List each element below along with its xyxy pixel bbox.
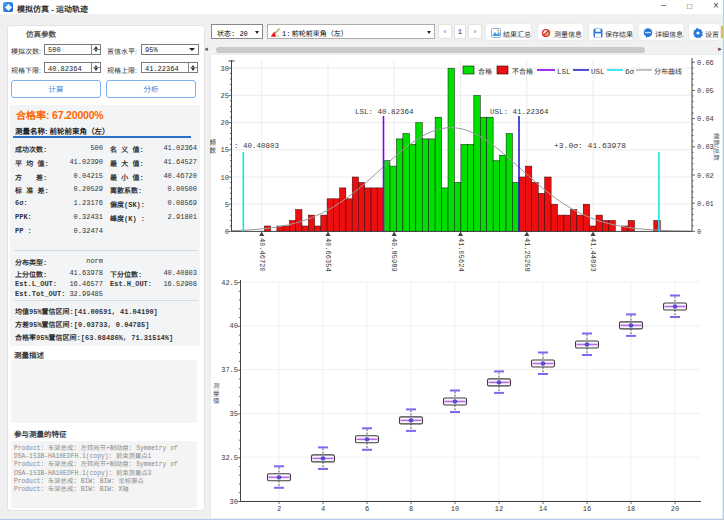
svg-text:+3.0σ: 41.63978: +3.0σ: 41.63978 — [554, 141, 626, 150]
svg-text:6: 6 — [365, 505, 369, 513]
svg-text:20: 20 — [671, 505, 679, 513]
svg-text:6σ: 6σ — [625, 68, 635, 76]
svg-text:16: 16 — [583, 505, 591, 513]
svg-text:: 40.40803: : 40.40803 — [234, 142, 280, 150]
svg-text:测: 测 — [213, 382, 220, 389]
svg-text:0.06: 0.06 — [697, 59, 714, 67]
svg-text:14: 14 — [539, 505, 547, 513]
svg-text:2: 2 — [277, 505, 281, 513]
svg-text:10: 10 — [221, 174, 229, 182]
svg-text:30: 30 — [221, 65, 229, 73]
svg-text:0.05: 0.05 — [697, 87, 714, 95]
svg-text:0.03: 0.03 — [697, 143, 714, 151]
svg-text:量: 量 — [213, 390, 220, 397]
svg-text:42.5: 42.5 — [221, 279, 238, 287]
svg-text:LSL: 40.82364: LSL: 40.82364 — [355, 108, 414, 116]
svg-text:数: 数 — [210, 147, 216, 154]
svg-text:USL: 41.22364: USL: 41.22364 — [490, 108, 549, 116]
svg-text:分布曲线: 分布曲线 — [654, 68, 682, 75]
svg-text:5: 5 — [225, 201, 229, 209]
svg-text:0: 0 — [697, 228, 701, 236]
svg-text:0.04: 0.04 — [697, 115, 714, 123]
svg-text:32.5: 32.5 — [221, 454, 238, 462]
svg-text:40.66354: 40.66354 — [324, 238, 332, 272]
svg-text:30: 30 — [230, 498, 238, 506]
svg-text:35: 35 — [230, 410, 238, 418]
svg-text:LSL: LSL — [557, 68, 571, 76]
svg-text:4: 4 — [321, 505, 325, 513]
svg-text:41.05624: 41.05624 — [457, 238, 465, 272]
svg-text:20: 20 — [221, 119, 229, 127]
svg-text:USL: USL — [591, 68, 605, 76]
svg-text:40.85989: 40.85989 — [390, 238, 398, 272]
svg-text:频数/总数: 频数/总数 — [713, 133, 720, 161]
svg-text:40: 40 — [230, 322, 238, 330]
svg-text:41.44893: 41.44893 — [589, 238, 597, 272]
svg-text:40.46720: 40.46720 — [258, 238, 266, 272]
svg-text:值: 值 — [213, 397, 220, 404]
svg-text:15: 15 — [221, 146, 229, 154]
svg-text:0.01: 0.01 — [697, 200, 714, 208]
svg-text:不合格: 不合格 — [512, 68, 533, 75]
svg-text:0.02: 0.02 — [697, 172, 714, 180]
svg-text:37.5: 37.5 — [221, 366, 238, 374]
svg-text:0: 0 — [225, 228, 229, 236]
svg-text:10: 10 — [451, 505, 459, 513]
svg-text:25: 25 — [221, 92, 229, 100]
svg-text:41.25258: 41.25258 — [523, 238, 531, 272]
svg-text:18: 18 — [627, 505, 635, 513]
svg-text:12: 12 — [495, 505, 503, 513]
svg-text:8: 8 — [409, 505, 413, 513]
svg-text:合格: 合格 — [478, 68, 492, 75]
svg-text:频: 频 — [210, 139, 216, 146]
